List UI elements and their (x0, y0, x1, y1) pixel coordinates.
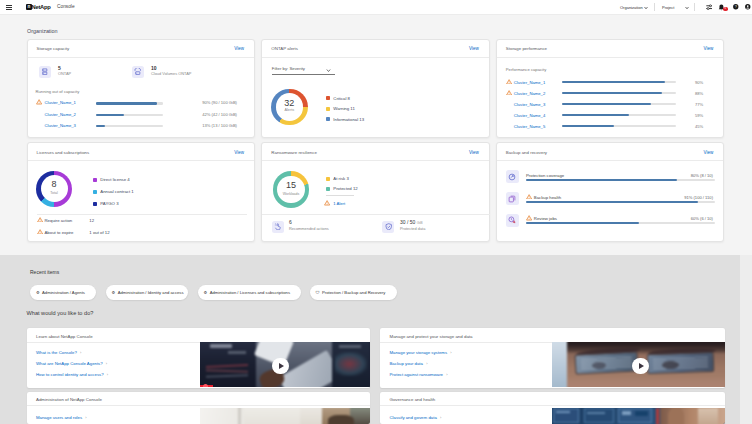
svg-text:?: ? (735, 5, 737, 9)
